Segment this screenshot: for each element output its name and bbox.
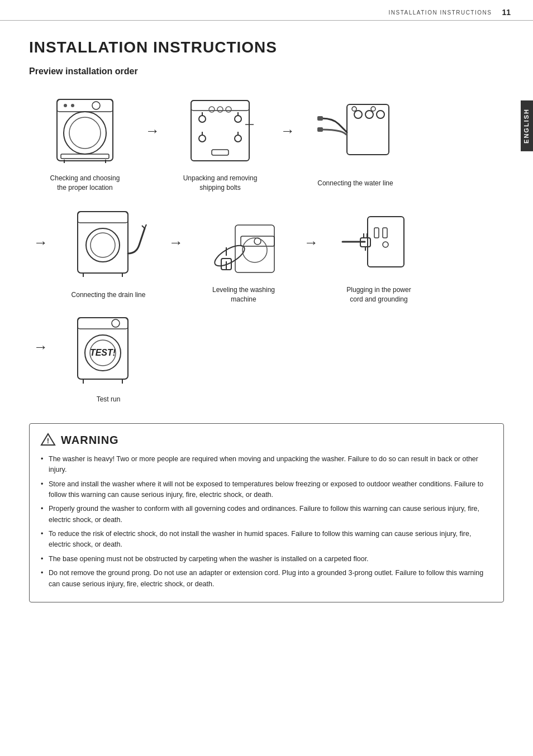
- arrow-5-6: →: [304, 234, 318, 274]
- step-1: Checking and choosingthe proper location: [29, 91, 141, 193]
- leveling-icon: [207, 205, 280, 278]
- washer-back-icon: [181, 94, 259, 166]
- svg-point-16: [199, 135, 206, 142]
- svg-rect-55: [78, 318, 128, 329]
- step-4: Connecting the drain line: [53, 208, 164, 300]
- svg-point-25: [354, 111, 362, 118]
- svg-point-45: [242, 238, 267, 262]
- warning-item-2: Store and install the washer where it wi…: [41, 479, 492, 501]
- step-5-label: Leveling the washingmachine: [212, 285, 275, 304]
- arrow-4-5: →: [169, 234, 183, 274]
- svg-point-1: [64, 112, 106, 154]
- svg-point-20: [209, 107, 215, 112]
- step-7: TEST! Test run: [53, 312, 164, 404]
- step-6-label: Plugging in the powercord and grounding: [346, 285, 411, 304]
- steps-grid: Checking and choosingthe proper location…: [29, 89, 504, 410]
- warning-list: The washer is heavy! Two or more people …: [41, 454, 492, 590]
- arrow-row3-start: →: [34, 338, 48, 378]
- page-header: INSTALLATION INSTRUCTIONS 11: [0, 0, 533, 21]
- svg-rect-29: [317, 127, 323, 132]
- svg-rect-10: [191, 101, 249, 161]
- steps-row-1: Checking and choosingthe proper location…: [29, 89, 504, 195]
- step-7-label: Test run: [97, 395, 121, 404]
- section-title: Preview installation order: [29, 66, 504, 76]
- step-2: Unpacking and removingshipping bolts: [164, 91, 276, 193]
- step-6-image: [331, 203, 426, 281]
- svg-point-56: [112, 319, 120, 327]
- svg-point-5: [64, 104, 67, 107]
- svg-text:!: !: [47, 437, 49, 445]
- step-1-image: [37, 91, 132, 169]
- svg-rect-0: [57, 99, 113, 161]
- washer-front-icon: [49, 94, 121, 166]
- arrow-row2-start: →: [34, 234, 48, 274]
- language-tab: ENGLISH: [521, 101, 533, 151]
- svg-rect-47: [374, 228, 379, 238]
- steps-row-2: →: [29, 200, 504, 307]
- svg-rect-35: [78, 212, 128, 223]
- drain-line-icon: [66, 209, 150, 284]
- water-line-icon: [316, 99, 394, 171]
- step-2-label: Unpacking and removingshipping bolts: [183, 174, 258, 193]
- warning-item-5: The base opening must not be obstructed …: [41, 554, 492, 564]
- svg-point-18: [235, 135, 241, 142]
- test-run-icon: TEST!: [66, 315, 150, 387]
- main-content: INSTALLATION INSTRUCTIONS Preview instal…: [0, 21, 533, 620]
- svg-rect-23: [212, 150, 229, 155]
- arrow-1-2: →: [145, 122, 160, 162]
- page-title: INSTALLATION INSTRUCTIONS: [29, 39, 504, 56]
- svg-point-49: [383, 242, 388, 247]
- step-3: Connecting the water line: [299, 96, 411, 188]
- svg-point-27: [377, 111, 384, 118]
- step-4-label: Connecting the drain line: [72, 290, 146, 300]
- warning-header: ! WARNING: [41, 433, 492, 448]
- step-5: Leveling the washingmachine: [188, 203, 299, 304]
- svg-rect-7: [61, 154, 109, 159]
- svg-point-14: [235, 116, 241, 122]
- warning-box: ! WARNING The washer is heavy! Two or mo…: [29, 423, 504, 602]
- svg-point-34: [91, 233, 115, 257]
- svg-point-6: [71, 104, 74, 107]
- svg-point-26: [365, 111, 373, 118]
- warning-triangle-icon: !: [41, 433, 55, 448]
- svg-point-12: [199, 116, 206, 122]
- svg-point-21: [217, 107, 223, 112]
- step-5-image: [196, 203, 291, 281]
- svg-point-4: [92, 102, 100, 109]
- svg-rect-28: [317, 116, 323, 121]
- steps-row-3: → TEST!: [29, 312, 504, 404]
- step-4-image: [61, 208, 156, 286]
- warning-item-1: The washer is heavy! Two or more people …: [41, 454, 492, 476]
- arrow-2-3: →: [280, 122, 295, 162]
- step-3-image: [308, 96, 403, 174]
- svg-point-2: [69, 117, 101, 149]
- svg-point-30: [352, 107, 356, 111]
- svg-rect-48: [383, 228, 387, 238]
- svg-point-31: [371, 107, 375, 111]
- svg-rect-44: [235, 225, 274, 272]
- power-cord-icon: [337, 205, 421, 278]
- svg-rect-32: [78, 212, 128, 273]
- step-2-image: [173, 91, 268, 169]
- warning-item-3: Properly ground the washer to conform wi…: [41, 504, 492, 525]
- step-1-label: Checking and choosingthe proper location: [50, 174, 120, 193]
- warning-item-4: To reduce the risk of electric shock, do…: [41, 529, 492, 551]
- step-6: Plugging in the powercord and grounding: [323, 203, 435, 304]
- warning-title: WARNING: [61, 434, 119, 447]
- step-7-image: TEST!: [61, 312, 156, 390]
- svg-point-33: [86, 228, 120, 262]
- warning-item-6: Do not remove the ground prong. Do not u…: [41, 568, 492, 590]
- svg-rect-11: [191, 101, 249, 111]
- svg-rect-24: [347, 104, 389, 155]
- step-3-label: Connecting the water line: [317, 179, 393, 188]
- page-number: 11: [502, 8, 511, 17]
- svg-text:TEST!: TEST!: [90, 348, 116, 357]
- svg-point-22: [226, 107, 231, 112]
- header-label: INSTALLATION INSTRUCTIONS: [389, 9, 492, 16]
